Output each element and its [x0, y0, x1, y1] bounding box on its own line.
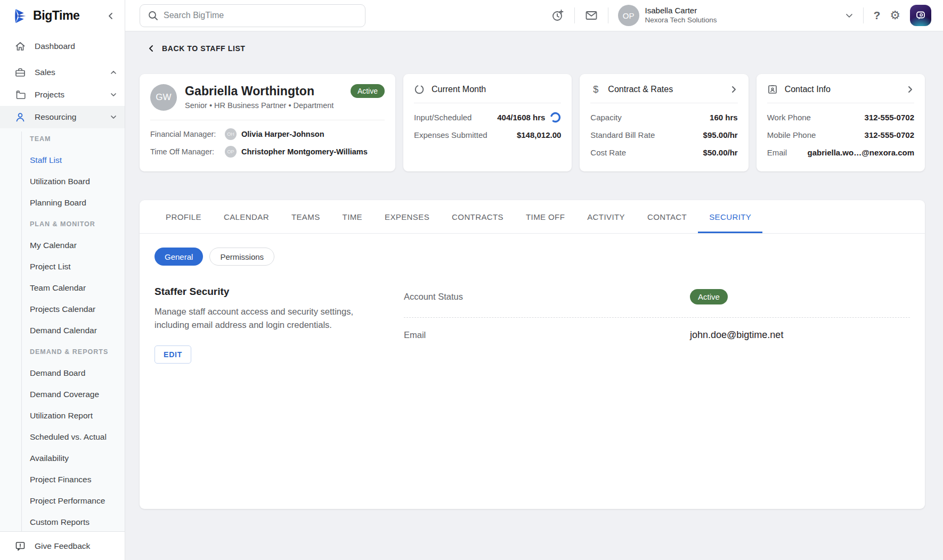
user-org: Nexora Tech Solutions	[645, 16, 717, 25]
chip-permissions[interactable]: Permissions	[209, 248, 274, 266]
briefcase-icon	[14, 67, 26, 78]
mail-icon[interactable]	[584, 9, 598, 22]
metric-label: Expenses Submitted	[414, 130, 487, 139]
edit-button[interactable]: EDIT	[155, 345, 191, 364]
metric-label: Work Phone	[767, 113, 811, 122]
current-month-card: Current Month Input/Scheduled 404/1608 h…	[403, 74, 572, 171]
sidebar-item-utilization-report[interactable]: Utilization Report	[0, 405, 125, 426]
resourcing-submenu: TEAM Staff List Utilization Board Planni…	[0, 128, 125, 531]
chip-general[interactable]: General	[155, 248, 203, 266]
gear-icon[interactable]: ⚙	[890, 10, 900, 21]
email-label: Email	[404, 330, 690, 340]
sidebar-item-demand-board[interactable]: Demand Board	[0, 363, 125, 384]
sidebar-item-my-calendar[interactable]: My Calendar	[0, 235, 125, 256]
dollar-icon: $	[590, 84, 601, 95]
metric-row: Standard Bill Rate $95.00/hr	[590, 128, 737, 141]
user-avatar: OP	[618, 5, 639, 26]
sidebar-item-project-performance[interactable]: Project Performance	[0, 490, 125, 512]
back-to-staff-list[interactable]: BACK TO STAFF LIST	[140, 31, 925, 65]
search-input[interactable]	[164, 11, 357, 20]
sidebar-item-custom-reports[interactable]: Custom Reports	[0, 512, 125, 531]
tab-calendar[interactable]: CALENDAR	[213, 200, 280, 233]
sidebar-item-label: Projects	[35, 90, 64, 100]
tab-bar: PROFILE CALENDAR TEAMS TIME EXPENSES CON…	[140, 200, 925, 234]
account-status-badge: Active	[690, 289, 728, 304]
section-label-demand-reports: DEMAND & REPORTS	[0, 341, 125, 363]
topbar-actions: OP Isabella Carter Nexora Tech Solutions…	[551, 5, 931, 26]
section-description: Manage staff account access and security…	[155, 305, 368, 332]
summary-cards: GW Gabriella Worthington Senior • HR Bus…	[140, 74, 925, 171]
sidebar-item-sales[interactable]: Sales	[0, 61, 125, 84]
financial-manager-label: Financial Manager:	[150, 130, 225, 138]
sidebar-collapse-icon[interactable]	[107, 12, 115, 20]
staff-name: Gabriella Worthington	[185, 84, 334, 98]
tab-contact[interactable]: CONTACT	[636, 200, 698, 233]
divider	[414, 103, 561, 103]
card-title: Current Month	[432, 85, 486, 94]
security-tab-content: General Permissions Staffer Security Man…	[140, 234, 925, 364]
tab-profile[interactable]: PROFILE	[155, 200, 213, 233]
sidebar-item-projects[interactable]: Projects	[0, 84, 125, 106]
tab-security[interactable]: SECURITY	[698, 200, 762, 233]
staff-card: GW Gabriella Worthington Senior • HR Bus…	[140, 74, 395, 171]
metric-row: Expenses Submitted $148,012.00	[414, 128, 561, 141]
sidebar-item-resourcing[interactable]: Resourcing	[0, 106, 125, 128]
sidebar-item-planning-board[interactable]: Planning Board	[0, 192, 125, 213]
tab-contracts[interactable]: CONTRACTS	[441, 200, 515, 233]
manager-avatar: OP	[225, 146, 237, 158]
tab-time[interactable]: TIME	[331, 200, 373, 233]
sidebar-item-label: Resourcing	[35, 112, 76, 122]
progress-ring-icon	[414, 84, 425, 95]
chevron-left-icon	[147, 44, 156, 53]
sidebar-item-dashboard[interactable]: Dashboard	[0, 31, 125, 61]
logo-row: BigTime	[0, 0, 125, 31]
metric-value: gabriella.wo…@nexora.com	[807, 148, 914, 157]
assistant-button[interactable]	[910, 5, 931, 26]
sidebar-item-project-list[interactable]: Project List	[0, 256, 125, 277]
content-area: BACK TO STAFF LIST GW Gabriella Worthing…	[125, 31, 943, 560]
divider	[574, 7, 575, 23]
metric-row: Mobile Phone 312-555-0702	[767, 128, 914, 141]
section-label-team: TEAM	[0, 128, 125, 150]
email-row: Email john.doe@bigtime.net	[404, 318, 910, 352]
give-feedback-button[interactable]: Give Feedback	[0, 531, 125, 560]
feedback-icon	[14, 540, 26, 552]
metric-label: Email	[767, 148, 787, 157]
tab-teams[interactable]: TEAMS	[280, 200, 331, 233]
sidebar-item-team-calendar[interactable]: Team Calendar	[0, 277, 125, 299]
user-name: Isabella Carter	[645, 6, 717, 16]
metric-label: Mobile Phone	[767, 130, 816, 139]
folder-icon	[14, 89, 26, 101]
global-search[interactable]	[140, 4, 365, 27]
sidebar-item-projects-calendar[interactable]: Projects Calendar	[0, 299, 125, 320]
divider	[767, 103, 914, 103]
user-menu[interactable]: OP Isabella Carter Nexora Tech Solutions	[618, 5, 854, 26]
contact-info-card[interactable]: Contact Info Work Phone 312-555-0702 Mob…	[757, 74, 925, 171]
chevron-right-icon[interactable]	[906, 85, 914, 94]
tab-expenses[interactable]: EXPENSES	[373, 200, 441, 233]
card-title: Contract & Rates	[608, 85, 673, 94]
person-icon	[14, 111, 26, 123]
financial-manager-name: Olivia Harper-Johnson	[241, 130, 324, 138]
sidebar-item-demand-coverage[interactable]: Demand Coverage	[0, 384, 125, 405]
divider	[863, 7, 864, 23]
status-badge: Active	[351, 84, 385, 98]
sidebar-item-availability[interactable]: Availability	[0, 448, 125, 469]
chevron-right-icon[interactable]	[729, 85, 738, 94]
sidebar-item-project-finances[interactable]: Project Finances	[0, 469, 125, 490]
metric-row: Cost Rate $50.00/hr	[590, 146, 737, 159]
search-icon	[148, 10, 158, 21]
sidebar-item-staff-list[interactable]: Staff List	[0, 150, 125, 171]
chevron-down-icon[interactable]	[845, 11, 853, 20]
give-feedback-label: Give Feedback	[35, 541, 90, 551]
sidebar-item-label: Sales	[35, 68, 55, 77]
add-time-icon[interactable]	[551, 9, 565, 22]
contract-rates-card[interactable]: $ Contract & Rates Capacity 160 hrs Stan…	[580, 74, 748, 171]
tab-activity[interactable]: ACTIVITY	[576, 200, 636, 233]
sidebar-item-utilization-board[interactable]: Utilization Board	[0, 171, 125, 192]
tab-time-off[interactable]: TIME OFF	[515, 200, 576, 233]
sidebar-item-scheduled-vs-actual[interactable]: Scheduled vs. Actual	[0, 426, 125, 448]
help-icon[interactable]: ?	[873, 9, 880, 22]
sidebar-item-demand-calendar[interactable]: Demand Calendar	[0, 320, 125, 341]
metric-row: Input/Scheduled 404/1608 hrs	[414, 111, 561, 123]
